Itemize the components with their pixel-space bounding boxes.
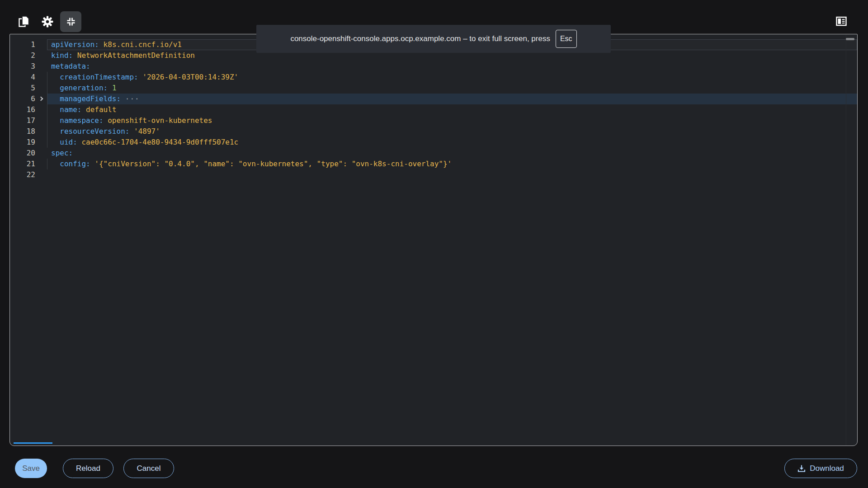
code-line[interactable]: 4 creationTimestamp: '2026-04-03T00:14:3… xyxy=(10,72,857,83)
cancel-button[interactable]: Cancel xyxy=(123,459,174,478)
line-number: 3 xyxy=(10,61,35,72)
code-line[interactable]: 18 resourceVersion: '4897' xyxy=(10,126,857,137)
reload-button[interactable]: Reload xyxy=(63,459,113,478)
line-number: 20 xyxy=(10,148,35,159)
line-number: 16 xyxy=(10,104,35,115)
code-line-content[interactable]: spec: xyxy=(47,148,857,159)
line-number: 18 xyxy=(10,126,35,137)
code-line[interactable]: 6 managedFields: ··· xyxy=(10,94,857,104)
code-line-content[interactable]: metadata: xyxy=(47,61,857,72)
copy-button[interactable] xyxy=(17,15,31,28)
line-number: 19 xyxy=(10,137,35,148)
fold-gutter[interactable] xyxy=(35,94,47,104)
code-line[interactable]: 5 generation: 1 xyxy=(10,83,857,94)
scrollbar-thumb[interactable] xyxy=(846,38,854,40)
code-line-content[interactable]: config: '{"cniVersion": "0.4.0", "name":… xyxy=(47,159,857,169)
code-line-content[interactable] xyxy=(47,169,857,180)
line-number: 21 xyxy=(10,159,35,169)
fold-gutter xyxy=(35,39,47,50)
indent-guide xyxy=(47,72,47,83)
indent-guide xyxy=(47,115,47,126)
fold-gutter xyxy=(35,169,47,180)
indent-guide xyxy=(47,94,47,104)
line-number: 1 xyxy=(10,39,35,50)
save-button[interactable]: Save xyxy=(15,459,47,478)
fold-gutter xyxy=(35,159,47,169)
download-icon xyxy=(797,465,806,473)
code-line[interactable]: 3metadata: xyxy=(10,61,857,72)
line-number: 22 xyxy=(10,169,35,180)
line-number: 4 xyxy=(10,72,35,83)
copy-icon xyxy=(18,15,30,28)
fold-gutter xyxy=(35,50,47,61)
code-line-content[interactable]: namespace: openshift-ovn-kubernetes xyxy=(47,115,857,126)
fullscreen-toast: console-openshift-console.apps.ocp.examp… xyxy=(256,25,611,53)
code-line[interactable]: 17 namespace: openshift-ovn-kubernetes xyxy=(10,115,857,126)
code-line[interactable]: 16 name: default xyxy=(10,104,857,115)
line-number: 5 xyxy=(10,83,35,94)
indent-guide xyxy=(47,137,47,148)
line-number: 6 xyxy=(10,94,35,104)
code-line-content[interactable]: name: default xyxy=(47,104,857,115)
fullscreen-toast-text: console-openshift-console.apps.ocp.examp… xyxy=(290,34,550,43)
download-button-label: Download xyxy=(810,464,844,473)
code-line[interactable]: 19 uid: cae0c66c-1704-4e80-9434-9d0fff50… xyxy=(10,137,857,148)
download-button[interactable]: Download xyxy=(784,459,857,478)
gear-icon xyxy=(42,16,53,28)
code-line-content[interactable]: uid: cae0c66c-1704-4e80-9434-9d0fff507e1… xyxy=(47,137,857,148)
code-line[interactable]: 20spec: xyxy=(10,148,857,159)
code-line-content[interactable]: generation: 1 xyxy=(47,83,857,94)
exit-fullscreen-button[interactable] xyxy=(60,11,81,32)
fold-chevron-icon[interactable] xyxy=(39,97,43,101)
code-line[interactable]: 22 xyxy=(10,169,857,180)
code-line-content[interactable]: managedFields: ··· xyxy=(47,94,857,104)
compress-icon xyxy=(66,16,76,27)
fold-gutter xyxy=(35,72,47,83)
code-line-content[interactable]: resourceVersion: '4897' xyxy=(47,126,857,137)
indent-guide xyxy=(47,159,47,169)
horizontal-scrollbar-thumb[interactable] xyxy=(14,442,52,444)
sidebar-toggle-button[interactable] xyxy=(834,14,849,28)
settings-button[interactable] xyxy=(41,15,54,28)
line-number: 2 xyxy=(10,50,35,61)
fold-gutter xyxy=(35,61,47,72)
openshift-yaml-editor-fullscreen: { "toast": { "text": "console-openshift-… xyxy=(0,0,868,488)
sidebar-toggle-icon xyxy=(836,16,847,26)
fold-gutter xyxy=(35,83,47,94)
code-line[interactable]: 21 config: '{"cniVersion": "0.4.0", "nam… xyxy=(10,159,857,169)
indent-guide xyxy=(47,83,47,94)
line-number: 17 xyxy=(10,115,35,126)
esc-key-badge: Esc xyxy=(556,30,577,48)
indent-guide xyxy=(47,104,47,115)
yaml-editor[interactable]: 1apiVersion: k8s.cni.cncf.io/v12kind: Ne… xyxy=(9,34,858,446)
fold-gutter xyxy=(35,148,47,159)
code-lines: 1apiVersion: k8s.cni.cncf.io/v12kind: Ne… xyxy=(10,39,857,180)
fold-gutter xyxy=(35,137,47,148)
code-line-content[interactable]: creationTimestamp: '2026-04-03T00:14:39Z… xyxy=(47,72,857,83)
fold-gutter xyxy=(35,126,47,137)
indent-guide xyxy=(47,126,47,137)
fold-gutter xyxy=(35,115,47,126)
overview-ruler xyxy=(846,34,846,446)
fold-gutter xyxy=(35,104,47,115)
